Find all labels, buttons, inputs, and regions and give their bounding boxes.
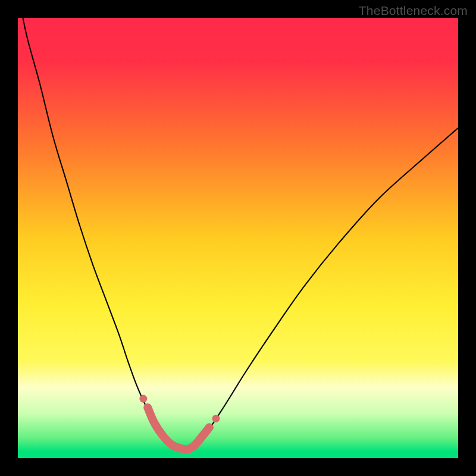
optimal-range-dot — [212, 415, 220, 422]
plot-svg — [18, 18, 458, 458]
optimal-range-dot — [139, 395, 147, 403]
watermark-text: TheBottleneck.com — [359, 4, 468, 18]
plot-area — [18, 18, 458, 458]
chart-frame: TheBottleneck.com — [0, 0, 476, 476]
